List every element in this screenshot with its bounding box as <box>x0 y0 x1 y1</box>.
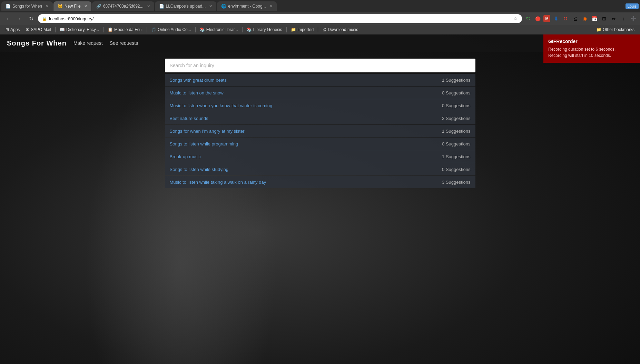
bookmark-library-genesis[interactable]: 📚 Library Genesis <box>244 27 285 33</box>
nav-bar: ‹ › ↻ 🔒 localhost:8000/inquiry/ ☆ 🛡 🔴 M … <box>0 12 640 25</box>
bookmarks-bar: ⊞ Apps ✉ SAPO Mail 📖 Dictionary, Ency...… <box>0 25 640 34</box>
feed-extension-icon[interactable]: ◉ <box>581 14 589 23</box>
tab-llcampos[interactable]: 📄 LLCampos's upload... ✕ <box>155 1 217 11</box>
gif-recorder-text: Recording duration set to 6 seconds. Rec… <box>548 46 635 59</box>
tab-bar: 📄 Songs for When ✕ 🐱 New File ✕ 🔗 687474… <box>0 0 640 12</box>
app-wrapper: GIFRecorder Recording duration set to 6 … <box>0 34 640 364</box>
tab5-label: envirnment - Goog... <box>228 4 266 9</box>
nav-extension-icons: 🛡 🔴 M ⬇ O 🖨 ◉ 📅 ⊞ ⇔ ↓ ➕ <box>524 14 637 23</box>
opera-extension-icon[interactable]: O <box>561 14 570 23</box>
inquiry-suggestions-5: 0 Suggestions <box>442 141 470 146</box>
inquiry-title-8: Music to listen while taking a walk on a… <box>170 180 435 185</box>
bookmark-other[interactable]: 📁 Other bookmarks <box>593 27 637 33</box>
inquiry-title-7: Songs to listen while studying <box>170 167 435 172</box>
red-extension-icon[interactable]: 🔴 <box>534 14 542 23</box>
electronic-lib-icon: 📚 <box>200 27 205 32</box>
bookmark-imported[interactable]: 📁 Imported <box>288 27 316 33</box>
moodle-label: Moodle da Fcul <box>114 27 142 32</box>
inquiry-row-7[interactable]: Songs to listen while studying 0 Suggest… <box>165 163 475 175</box>
forward-button[interactable]: › <box>14 14 24 23</box>
tab-envirnment[interactable]: 🌐 envirnment - Goog... ✕ <box>217 1 276 11</box>
louds-badge[interactable]: Louis <box>626 3 639 9</box>
download-music-label: Download music <box>328 27 358 32</box>
bookmark-moodle[interactable]: 📋 Moodle da Fcul <box>105 27 145 33</box>
bookmark-online-audio[interactable]: 🎵 Online Audio Co... <box>148 27 194 33</box>
bookmark-sep-3 <box>147 27 147 32</box>
browser-chrome: 📄 Songs for When ✕ 🐱 New File ✕ 🔗 687474… <box>0 0 640 34</box>
lib-genesis-label: Library Genesis <box>253 27 282 32</box>
address-bar[interactable]: 🔒 localhost:8000/inquiry/ ☆ <box>38 14 522 23</box>
gif-recorder-title: GIFRecorder <box>548 39 635 44</box>
search-input[interactable] <box>165 59 475 72</box>
inquiry-row-0[interactable]: Songs with great drum beats 1 Suggestion… <box>165 74 475 86</box>
bookmark-sep-2 <box>103 27 104 32</box>
tab-songs-for-when[interactable]: 📄 Songs for When ✕ <box>1 1 53 11</box>
online-audio-label: Online Audio Co... <box>158 27 191 32</box>
inquiry-title-3: Best nature sounds <box>170 116 435 121</box>
inquiry-row-2[interactable]: Music to listen when you know that winte… <box>165 99 475 112</box>
inquiry-row-6[interactable]: Break-up music 1 Suggestions <box>165 150 475 163</box>
make-request-link[interactable]: Make request <box>73 40 103 46</box>
inquiry-row-4[interactable]: Songs for when I'm angry at my sister 1 … <box>165 125 475 137</box>
address-text: localhost:8000/inquiry/ <box>49 16 511 21</box>
arrows-extension-icon[interactable]: ⇔ <box>610 14 618 23</box>
tab1-label: Songs for When <box>12 4 42 9</box>
blue-extension-icon[interactable]: ⬇ <box>552 14 560 23</box>
imported-icon: 📁 <box>291 27 296 32</box>
bookmark-apps[interactable]: ⊞ Apps <box>3 27 22 33</box>
tab5-favicon: 🌐 <box>221 4 226 9</box>
tab-new-file[interactable]: 🐱 New File ✕ <box>53 1 91 11</box>
inquiry-title-5: Songs to listen while programming <box>170 141 435 146</box>
inquiry-suggestions-2: 0 Suggestions <box>442 103 470 108</box>
tab4-favicon: 📄 <box>159 4 164 9</box>
bookmark-sep-1 <box>55 27 56 32</box>
inquiry-title-1: Music to listen on the snow <box>170 90 435 95</box>
inquiry-row-1[interactable]: Music to listen on the snow 0 Suggestion… <box>165 87 475 99</box>
refresh-button[interactable]: ↻ <box>26 14 36 23</box>
download-extension-icon[interactable]: ↓ <box>619 14 628 23</box>
bookmark-download-music[interactable]: 🖨 Download music <box>319 27 361 33</box>
tab-hash[interactable]: 🔗 687474703a2f2f692... ✕ <box>92 1 154 11</box>
inquiry-suggestions-7: 0 Suggestions <box>442 167 470 172</box>
tab1-favicon: 📄 <box>6 4 10 9</box>
bookmark-dictionary[interactable]: 📖 Dictionary, Ency... <box>57 27 102 33</box>
plus-extension-icon[interactable]: ➕ <box>629 14 637 23</box>
bookmark-star-icon[interactable]: ☆ <box>513 16 518 21</box>
tab2-close[interactable]: ✕ <box>84 4 87 9</box>
tab4-close[interactable]: ✕ <box>209 4 212 9</box>
imported-label: Imported <box>297 27 314 32</box>
shield-extension-icon[interactable]: 🛡 <box>524 14 532 23</box>
back-button[interactable]: ‹ <box>3 14 12 23</box>
other-bookmarks-icon: 📁 <box>596 27 601 32</box>
app-brand: Songs For When <box>7 39 67 47</box>
tab3-label: 687474703a2f2f692... <box>103 4 144 9</box>
inquiry-title-6: Break-up music <box>170 154 435 159</box>
calendar-extension-icon[interactable]: 📅 <box>590 14 599 23</box>
tab3-close[interactable]: ✕ <box>147 4 150 9</box>
tab1-close[interactable]: ✕ <box>46 4 49 9</box>
inquiry-title-0: Songs with great drum beats <box>170 78 435 83</box>
online-audio-icon: 🎵 <box>151 27 156 32</box>
inquiry-row-8[interactable]: Music to listen while taking a walk on a… <box>165 176 475 188</box>
dictionary-label: Dictionary, Ency... <box>66 27 99 32</box>
tab5-close[interactable]: ✕ <box>269 4 273 9</box>
lib-genesis-icon: 📚 <box>247 27 252 32</box>
main-content: Songs with great drum beats 1 Suggestion… <box>0 52 640 188</box>
inquiry-row-3[interactable]: Best nature sounds 3 Suggestions <box>165 112 475 124</box>
bookmark-sapo-mail[interactable]: ✉ SAPO Mail <box>23 27 54 33</box>
bookmark-sep-5 <box>242 27 243 32</box>
other-bookmarks-label: Other bookmarks <box>603 27 634 32</box>
inquiry-suggestions-6: 1 Suggestions <box>442 154 470 159</box>
inquiry-row-5[interactable]: Songs to listen while programming 0 Sugg… <box>165 138 475 150</box>
orange-extension-icon[interactable]: M <box>543 15 550 22</box>
apps-label: Apps <box>10 27 20 32</box>
inquiry-title-2: Music to listen when you know that winte… <box>170 103 435 108</box>
bookmark-sep-7 <box>318 27 318 32</box>
lock-icon: 🔒 <box>42 17 47 21</box>
bookmark-electronic-library[interactable]: 📚 Electronic librar... <box>197 27 241 33</box>
print-extension-icon[interactable]: 🖨 <box>571 14 579 23</box>
search-wrapper <box>165 59 475 72</box>
inquiry-panel: Songs with great drum beats 1 Suggestion… <box>165 59 475 188</box>
see-requests-link[interactable]: See requests <box>110 40 138 46</box>
grid-extension-icon[interactable]: ⊞ <box>600 14 608 23</box>
